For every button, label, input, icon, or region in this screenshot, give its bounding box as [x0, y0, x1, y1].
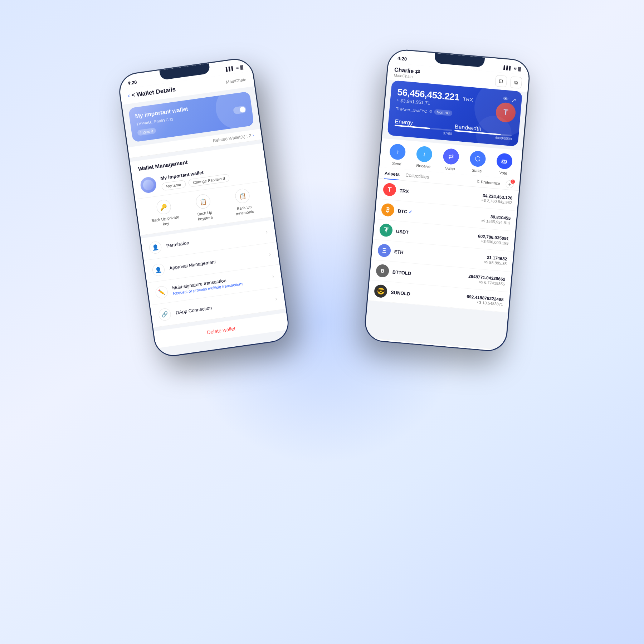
multisig-icon: ✏️ [155, 285, 169, 299]
nav-history-icon: ↺ [447, 348, 454, 352]
asset-list: T TRX 34,234,453.126 ≈$ 2,760,842.982 ₿ [368, 179, 519, 313]
mgmt-avatar-inner [142, 179, 155, 191]
main-header-right: ⊡ ⧉ [495, 75, 522, 89]
vote-action[interactable]: 🎟 Vote [495, 153, 513, 176]
eth-icon: Ξ [377, 244, 391, 258]
permission-arrow: › [265, 229, 268, 235]
backup-keystore[interactable]: 📋 Back Up keystore [188, 192, 220, 223]
backup-mnemonic-label: Back Up mnemonic [230, 203, 259, 217]
scan-icon: ⊡ [499, 78, 503, 84]
stake-circle: ⬡ [469, 150, 486, 167]
bandwidth-value: 4000/5000 [454, 132, 512, 141]
backup-key-label: Back Up private key [151, 214, 180, 228]
non-hd-badge: Non-HD [434, 109, 452, 116]
expand-icon[interactable]: ↗ [511, 97, 516, 104]
receive-label: Receive [416, 163, 431, 169]
bandwidth-resource: Bandwidth 4000/5000 [454, 123, 513, 141]
nav-discover-icon: ◈ [414, 345, 420, 352]
nav-discover[interactable]: ◈ [414, 345, 420, 352]
tab-assets[interactable]: Assets [384, 168, 400, 180]
backup-private-key[interactable]: 🔑 Back Up private key [148, 198, 181, 228]
sort-icon: ⇅ [477, 179, 480, 184]
qr-icon: ⧉ [514, 79, 518, 86]
balance-address: THPwer...5wtFYC [396, 106, 427, 113]
swap-label: Swap [445, 166, 455, 171]
balance-card: 56,456,453.221 TRX ≈ $3,951,951.71 THPwe… [387, 80, 522, 146]
right-status-time: 4:20 [397, 55, 407, 62]
receive-action[interactable]: ↓ Receive [415, 146, 433, 169]
back-arrow-icon: ‹ [127, 92, 131, 100]
usdt-icon: ₮ [379, 223, 393, 237]
bttold-name: BTTOLD [392, 269, 411, 276]
vote-circle: 🎟 [496, 153, 513, 170]
trx-name: TRX [399, 188, 409, 194]
left-status-icons: ▌▌▌ ≋ ▓ [226, 65, 244, 72]
backup-mnemonic[interactable]: 📋 Back Up mnemonic [227, 187, 259, 217]
nav-assets[interactable]: 💼 [377, 342, 387, 351]
add-badge: 1 [511, 179, 515, 184]
nav-active-dot [381, 350, 382, 351]
back-button[interactable]: ‹ < Wallet Details [127, 86, 176, 100]
backup-mnemonic-icon: 📋 [234, 188, 250, 204]
energy-label: Energy [395, 118, 413, 126]
tab-spacer [435, 177, 471, 181]
nav-profile-icon: 👤 [481, 351, 491, 352]
card-toggle[interactable] [233, 106, 247, 114]
copy-icon[interactable]: ⧉ [170, 117, 174, 122]
dapp-text: DApp Connection [175, 297, 270, 316]
asset-list-container: T TRX 34,234,453.126 ≈$ 2,760,842.982 ₿ [365, 179, 519, 350]
left-phone-frame: 4:20 ▌▌▌ ≋ ▓ ‹ < Wallet Details MainChai… [117, 56, 291, 358]
sunold-icon: 😎 [374, 284, 388, 298]
btc-name: BTC ✓ [397, 208, 413, 215]
bttold-icon: B [376, 264, 390, 278]
bttold-values: 2648771.04328662 ≈$ 6.77419355 [468, 274, 506, 286]
trx-coin-visual: T [495, 102, 517, 123]
nav-history[interactable]: ↺ [447, 348, 454, 352]
vote-label: Vote [499, 170, 507, 175]
permission-icon: 👤 [148, 240, 162, 254]
signal-icon: ▌▌▌ [226, 66, 235, 71]
header-title: < Wallet Details [131, 86, 176, 99]
wallet-card-index: Index 0 [137, 128, 156, 136]
preference-button[interactable]: ⇅ Preference [477, 179, 501, 186]
right-wifi-icon: ≋ [513, 66, 517, 71]
usdt-name: USDT [396, 228, 409, 235]
add-asset-button[interactable]: + 1 [506, 180, 514, 189]
sunold-name: SUNOLD [390, 289, 410, 297]
swap-action[interactable]: ⇄ Swap [442, 148, 459, 171]
stake-label: Stake [472, 168, 482, 173]
eth-values: 21.174682 ≈$ 85,885.35 [484, 255, 507, 266]
receive-circle: ↓ [416, 146, 433, 163]
address-copy-icon[interactable]: ⧉ [429, 109, 432, 114]
mgmt-avatar [140, 176, 157, 194]
backup-keystore-label: Back Up keystore [190, 209, 220, 223]
tab-collectibles[interactable]: Collectibles [405, 170, 430, 183]
send-action[interactable]: ↑ Send [389, 143, 406, 167]
trx-icon: T [383, 182, 397, 196]
scan-button[interactable]: ⊡ [495, 75, 507, 88]
right-phone-wrapper: 4:20 ▌▌▌ ≋ ▓ Charlie ⇄ MainC [363, 48, 531, 353]
related-wallets-label: Related Wallet(s) : 2 [213, 133, 252, 143]
approval-arrow: › [268, 251, 271, 258]
energy-resource: Energy 37/60 [394, 118, 453, 136]
approval-icon: 👤 [152, 263, 165, 277]
send-circle: ↑ [389, 143, 406, 161]
sunold-values: 692.418878222498 ≈$ 13.5483871 [466, 294, 504, 307]
usdt-values: 602,786.035091 ≈$ 606,000.199 [477, 234, 509, 245]
right-status-icons: ▌▌▌ ≋ ▓ [503, 65, 521, 71]
stake-action[interactable]: ⬡ Stake [469, 150, 486, 174]
main-header-left: Charlie ⇄ MainChain [394, 66, 420, 79]
resource-row: Energy 37/60 Bandwidth [394, 118, 513, 141]
right-signal-icon: ▌▌▌ [503, 65, 512, 70]
nav-assets-icon: 💼 [377, 342, 387, 351]
rename-button[interactable]: Rename [161, 180, 186, 191]
nav-profile[interactable]: 👤 [481, 351, 491, 352]
btc-icon: ₿ [381, 203, 395, 217]
right-phone-screen: 4:20 ▌▌▌ ≋ ▓ Charlie ⇄ MainC [364, 49, 530, 351]
phones-container: 4:20 ▌▌▌ ≋ ▓ ‹ < Wallet Details MainChai… [125, 36, 519, 608]
swap-circle: ⇄ [443, 148, 460, 165]
balance-currency: TRX [463, 96, 473, 103]
dapp-label: DApp Connection [175, 297, 270, 316]
qr-button[interactable]: ⧉ [510, 76, 522, 89]
balance-info: 56,456,453.221 TRX ≈ $3,951,951.71 THPwe… [395, 87, 473, 122]
